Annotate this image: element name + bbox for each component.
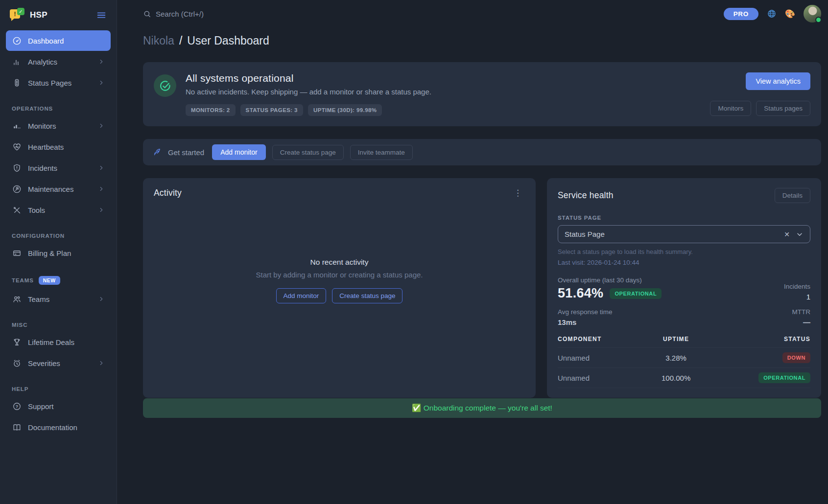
trophy-icon (12, 338, 22, 347)
sidebar-item-monitors[interactable]: Monitors (6, 115, 111, 136)
sidebar-item-maintenances[interactable]: Maintenances (6, 179, 111, 199)
sidebar-item-status-pages[interactable]: Status Pages (6, 72, 111, 93)
sidebar-item-lifetime-deals[interactable]: Lifetime Deals (6, 332, 111, 352)
sidebar-nav: Dashboard Analytics Status Pages (6, 30, 111, 437)
sidebar-item-label: Severities (28, 359, 92, 367)
credit-card-icon (12, 249, 22, 258)
details-button[interactable]: Details (775, 188, 810, 203)
onboarding-banner: ✅ Onboarding complete — you're all set! (143, 398, 821, 418)
rocket-icon (153, 148, 162, 157)
status-pages-link-button[interactable]: Status pages (756, 101, 810, 116)
component-name: Unnamed (558, 368, 647, 388)
service-health-card: Service health Details STATUS PAGE Statu… (547, 178, 821, 398)
sidebar-item-label: Documentation (28, 423, 105, 432)
create-status-page-button[interactable]: Create status page (332, 288, 402, 303)
svg-text:?: ? (15, 404, 18, 409)
sidebar-item-support[interactable]: ? Support (6, 396, 111, 416)
mttr-label: MTTR (792, 308, 811, 316)
chevron-right-icon (98, 164, 105, 171)
column-header-status: STATUS (706, 336, 810, 348)
sidebar-item-label: Billing & Plan (28, 249, 105, 257)
response-mttr-row: Avg response time 13ms MTTR — (558, 308, 810, 326)
chevron-right-icon (98, 206, 105, 213)
sidebar-item-dashboard[interactable]: Dashboard (6, 30, 111, 51)
sidebar-item-label: Maintenances (28, 185, 92, 193)
wrench-circle-icon (12, 184, 22, 194)
incidents-metric: Incidents 1 (784, 283, 810, 301)
sidebar-item-documentation[interactable]: Documentation (6, 417, 111, 437)
gauge-icon (12, 36, 22, 46)
sidebar-item-heartbeats[interactable]: Heartbeats (6, 137, 111, 157)
chevron-right-icon (98, 122, 105, 129)
language-globe-icon[interactable] (767, 9, 777, 19)
overall-uptime-label: Overall uptime (last 30 days) (558, 276, 662, 284)
table-row: Unnamed 3.28% DOWN (558, 348, 810, 368)
traffic-light-icon (12, 78, 22, 88)
logo-check-icon: ✓ (17, 8, 24, 15)
uptime-incidents-row: Overall uptime (last 30 days) 51.64% OPE… (558, 276, 810, 301)
sidebar-item-label: Dashboard (28, 37, 105, 45)
chevron-down-icon[interactable] (796, 230, 804, 238)
sidebar-section-misc: MISC (12, 322, 106, 328)
monitors-link-button[interactable]: Monitors (710, 101, 751, 116)
sidebar-item-teams[interactable]: Teams (6, 289, 111, 309)
sidebar-item-incidents[interactable]: Incidents (6, 158, 111, 178)
components-table: COMPONENT UPTIME STATUS Unnamed 3.28% DO… (558, 336, 810, 388)
incidents-value: 1 (784, 293, 810, 301)
activity-empty-state: No recent activity Start by adding a mon… (154, 185, 525, 375)
empty-state-actions: Add monitor Create status page (276, 288, 403, 303)
alarm-clock-icon (12, 359, 22, 368)
search-input[interactable]: Search (Ctrl+/) (143, 10, 204, 18)
sidebar-item-billing[interactable]: Billing & Plan (6, 243, 111, 263)
overall-uptime-value: 51.64% (558, 286, 603, 301)
chevron-right-icon (98, 360, 105, 367)
topbar-right: PRO 🎨 (724, 5, 821, 23)
mttr-value: — (792, 318, 811, 326)
section-label: CONFIGURATION (12, 233, 65, 239)
system-status-chips: MONITORS: 2 STATUS PAGES: 3 UPTIME (30D)… (186, 104, 701, 116)
select-icons: ✕ (784, 230, 804, 238)
quick-links: Monitors Status pages (710, 101, 810, 116)
empty-state-subtitle: Start by adding a monitor or creating a … (256, 271, 423, 279)
status-page-select[interactable]: Status Page ✕ (558, 225, 810, 243)
sidebar-item-analytics[interactable]: Analytics (6, 51, 111, 72)
select-helper-text: Select a status page to load its health … (558, 248, 810, 255)
breadcrumb-parent[interactable]: Nikola (143, 34, 174, 47)
add-monitor-button[interactable]: Add monitor (212, 144, 265, 160)
people-icon (12, 295, 22, 304)
app-logo-icon: ! ✓ (10, 8, 24, 23)
sidebar-item-tools[interactable]: Tools (6, 200, 111, 220)
heartbeat-icon (12, 142, 22, 152)
system-status-title: All systems operational (186, 72, 701, 84)
sidebar-item-label: Incidents (28, 164, 92, 172)
uptime-chip: UPTIME (30D): 99.98% (308, 104, 382, 116)
online-status-dot (815, 17, 822, 23)
status-pages-count-chip: STATUS PAGES: 3 (240, 104, 303, 116)
bar-chart-icon (12, 57, 22, 67)
invite-teammate-button[interactable]: Invite teammate (350, 145, 413, 160)
user-avatar[interactable] (804, 5, 821, 23)
system-status-subtitle: No active incidents. Keep shipping — add… (186, 88, 701, 96)
component-uptime: 3.28% (647, 348, 706, 368)
chevron-right-icon (98, 296, 105, 302)
get-started-label: Get started (168, 148, 204, 157)
shield-alert-icon (12, 163, 22, 173)
view-analytics-button[interactable]: View analytics (746, 72, 810, 90)
overall-uptime-metric: Overall uptime (last 30 days) 51.64% OPE… (558, 276, 662, 301)
brand-name: HSP (30, 10, 47, 20)
clear-icon[interactable]: ✕ (784, 231, 790, 238)
create-status-page-button[interactable]: Create status page (272, 145, 344, 160)
app-root: ! ✓ HSP Dashboard Analytics (0, 0, 828, 504)
theme-palette-icon[interactable]: 🎨 (785, 10, 795, 18)
sidebar-logo-row: ! ✓ HSP (6, 7, 111, 30)
plan-badge[interactable]: PRO (724, 8, 758, 20)
sidebar-item-severities[interactable]: Severities (6, 353, 111, 373)
avg-response-value: 13ms (558, 318, 613, 326)
question-icon: ? (12, 402, 22, 411)
menu-toggle-icon[interactable] (95, 9, 108, 22)
sidebar-item-label: Status Pages (28, 79, 92, 87)
add-monitor-button[interactable]: Add monitor (276, 288, 327, 303)
monitors-count-chip: MONITORS: 2 (186, 104, 236, 116)
search-placeholder: Search (Ctrl+/) (156, 10, 204, 18)
system-status-actions: View analytics Monitors Status pages (710, 72, 810, 116)
